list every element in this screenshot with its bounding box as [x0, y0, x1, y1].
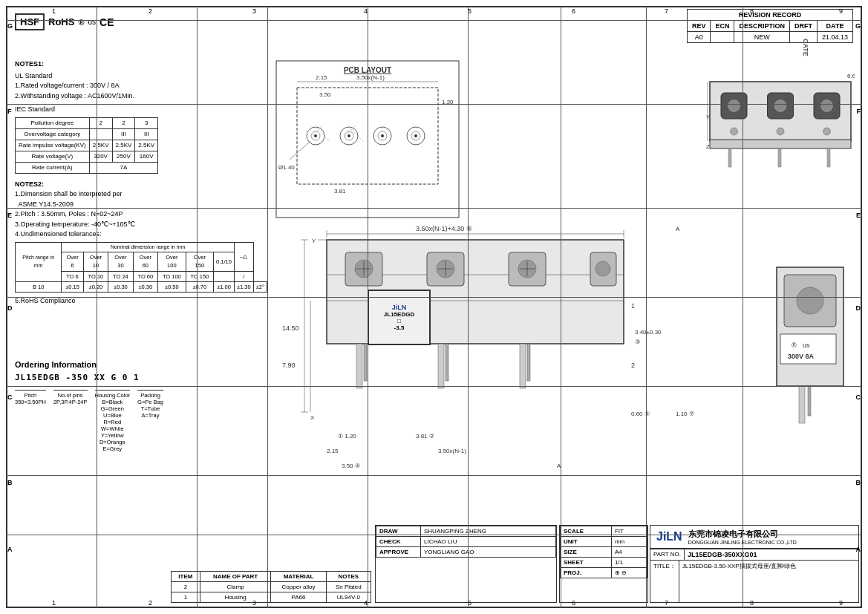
grid-row-c — [6, 386, 862, 387]
svg-point-96 — [797, 287, 823, 314]
iec-current-label: Rate current(A) — [16, 162, 90, 173]
cate-text: CATE — [802, 39, 809, 56]
svg-text:Y: Y — [312, 238, 316, 244]
svg-text:3.50x(N-1): 3.50x(N-1) — [356, 74, 385, 81]
top-logos: HSF RoHS ® us CE — [15, 13, 114, 30]
svg-text:3.40±0.30: 3.40±0.30 — [635, 329, 662, 336]
tol-v6: ±0.70 — [186, 281, 214, 292]
svg-point-36 — [823, 128, 831, 135]
check-value: LICHAO LIU — [421, 537, 556, 547]
proj-symbol: ⊕ ⊖ — [611, 568, 647, 578]
svg-text:Z: Z — [706, 143, 710, 150]
iec-standard-label: IEC Standard — [15, 105, 267, 115]
grid-row-d — [6, 297, 862, 298]
svg-point-35 — [777, 128, 784, 135]
row-label-c-left: C — [7, 393, 13, 401]
svg-point-8 — [314, 134, 317, 137]
grid-row-top — [6, 20, 862, 21]
svg-rect-68 — [364, 344, 367, 381]
tol-pitch-range: Pitch range in mm — [16, 242, 62, 281]
iec-pollution-2a: 2 — [89, 117, 112, 128]
row-label-e-right: E — [856, 212, 861, 219]
svg-text:3.50x(N-1): 3.50x(N-1) — [438, 448, 466, 454]
svg-text:3.50: 3.50 — [319, 91, 331, 98]
sheet-value: 1/1 — [611, 558, 647, 568]
revision-table: REVISION RECORD REV ECN DESCRIPTION DRFT… — [687, 9, 853, 43]
row-label-b-right: B — [856, 479, 861, 486]
grid-col-7 — [646, 6, 647, 608]
title-label: TITLE： — [650, 561, 679, 602]
notes2-title: NOTES2: — [15, 180, 267, 190]
tol-v3: ±0.30 — [108, 281, 133, 292]
grid-col-5 — [468, 6, 469, 608]
col-label-3-bot: 3 — [252, 599, 256, 607]
svg-text:3.50x(N-1)+4.30 ⑤: 3.50x(N-1)+4.30 ⑤ — [416, 225, 472, 232]
tol-to150: TO 150 — [186, 271, 214, 281]
product-label-model1: JL15EDGD — [384, 311, 414, 318]
bom-table: ITEM NAME OF PART MATERIAL NOTES 2 Clamp… — [171, 571, 371, 603]
ordering-breakdown: Pitch 350=3.50PH No.of pins 2P,3P,4P-24P… — [15, 390, 267, 452]
tol-v5: ±0.50 — [158, 281, 186, 292]
svg-text:14.50: 14.50 — [282, 324, 299, 332]
svg-text:3.81: 3.81 — [334, 188, 346, 195]
iec-ov-2: III — [112, 128, 135, 140]
svg-rect-40 — [827, 148, 830, 167]
iec-table: Pollution degree 2 2 3 Overvoltage categ… — [15, 117, 158, 174]
svg-text:① 1.20: ① 1.20 — [338, 433, 356, 440]
svg-rect-70 — [446, 344, 448, 381]
col-label-8-top: 8 — [750, 7, 754, 15]
notes2-pitch: 2.Pitch : 3.50mm, Poles : N=02~24P — [15, 209, 267, 220]
hsf-logo: HSF — [15, 13, 45, 30]
tol-v2: ±0.20 — [83, 281, 108, 292]
tolerance-table: Pitch range in mm Nominal dimension rang… — [15, 242, 267, 293]
iec-impulse-3: 2.5KV — [135, 140, 158, 151]
ordering-code: JL15EDGB -350 XX G 0 1 — [15, 373, 267, 382]
svg-line-26 — [345, 125, 356, 136]
unit-label: UNIT — [561, 537, 612, 547]
svg-rect-97 — [799, 386, 805, 423]
notes2-temp: 3.Operating temperature: -40℃~+105℃ — [15, 220, 267, 230]
ul-standard: UL Standard — [15, 71, 267, 82]
iec-impulse-label: Rate impulse voltage(KV) — [16, 140, 90, 151]
tol-over60: Over 60 — [133, 252, 157, 272]
svg-text:X: X — [310, 414, 315, 421]
product-label-jiln: JiLN — [392, 304, 407, 311]
col-label-8-bot: 8 — [750, 599, 754, 607]
notes2-rohs: 5.RoHS Compliance — [15, 296, 267, 307]
tol-blank — [214, 271, 235, 281]
svg-text:1.10 ⑦: 1.10 ⑦ — [676, 411, 694, 417]
svg-text:3.50 ④: 3.50 ④ — [342, 463, 360, 469]
row-label-d-left: D — [7, 304, 13, 312]
ul-withstanding: 2.Withstanding voltage : AC1600V/1Min. — [15, 91, 267, 102]
approve-value: YONGLIANG GAO — [421, 547, 556, 558]
col-label-7-bot: 7 — [665, 599, 668, 607]
draw-block: DRAW SHUANGPING ZHENG CHECK LICHAO LIU A… — [375, 525, 557, 603]
rev-col-ecn: ECN — [711, 21, 734, 32]
bom-notes-2: Sn Plated — [326, 582, 371, 592]
svg-text:1: 1 — [631, 302, 635, 310]
notes2-undim: 4.Undimensioned tolerances: — [15, 229, 267, 240]
col-label-9-bot: 9 — [839, 599, 843, 607]
rev-col-rev: REV — [687, 21, 711, 32]
iec-current-value: 7A — [89, 162, 157, 173]
grid-col-2 — [197, 6, 198, 608]
svg-text:us: us — [803, 342, 810, 349]
svg-rect-72 — [527, 344, 530, 381]
grid-row-f — [6, 104, 862, 105]
col-label-1-top: 1 — [52, 7, 56, 15]
col-label-6-top: 6 — [572, 7, 575, 15]
bom-item-header: ITEM — [172, 572, 200, 582]
tol-frac: 0.1/10 — [214, 252, 235, 272]
svg-point-14 — [381, 134, 384, 137]
iec-ov-label: Overvoltage category — [16, 128, 90, 140]
bom-row-2: 2 Clamp Copper alloy Sn Plated — [172, 582, 371, 592]
row-label-a-left: A — [7, 546, 13, 553]
bom-material-header: MATERIAL — [271, 572, 326, 582]
row-label-f-left: F — [7, 108, 12, 115]
col-label-6-bot: 6 — [572, 599, 575, 607]
size-value: A4 — [611, 547, 647, 558]
svg-line-18 — [290, 141, 310, 160]
svg-rect-71 — [520, 344, 526, 388]
row-label-f-right: F — [857, 108, 861, 115]
row-label-g-right: G — [855, 22, 861, 30]
